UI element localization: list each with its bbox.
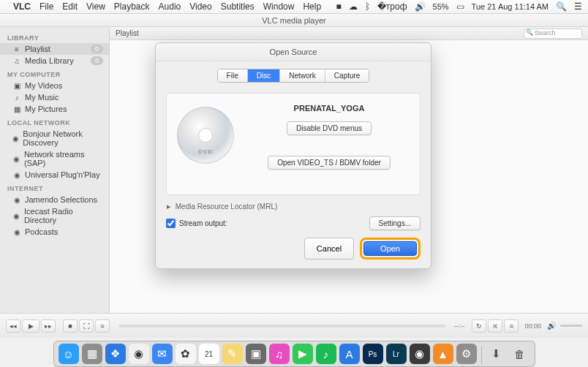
spotlight-icon[interactable]: 🔍 — [556, 1, 567, 12]
playlist-button[interactable]: ≡ — [95, 319, 110, 333]
disable-dvd-menus-button[interactable]: Disable DVD menus — [287, 121, 372, 135]
dock-app-calendar[interactable]: 21 — [199, 344, 219, 364]
pictures-icon: ▦ — [12, 105, 22, 113]
dock-app-facetime[interactable]: ▶ — [293, 344, 313, 364]
open-button-highlight: Open — [360, 238, 421, 260]
shuffle-button[interactable]: ⤨ — [488, 319, 502, 333]
search-input[interactable]: Search — [524, 29, 582, 39]
open-source-dialog: Open Source File Disc Network Capture DV… — [155, 42, 431, 269]
dock-app-spotify[interactable]: ♪ — [316, 344, 336, 364]
fullscreen-button[interactable]: ⛶ — [79, 319, 94, 333]
seek-slider[interactable] — [118, 325, 445, 328]
tab-disc[interactable]: Disc — [248, 69, 280, 82]
menu-file[interactable]: File — [39, 1, 53, 12]
sidebar-item-label: Bonjour Network Discovery — [23, 129, 102, 147]
sidebar-item-media-library[interactable]: ♫ Media Library 0 — [0, 55, 109, 67]
tab-file[interactable]: File — [218, 69, 248, 82]
dock-separator — [481, 347, 482, 364]
dock-app-vlc[interactable]: ▲ — [433, 344, 453, 364]
dock-app-screenflow[interactable]: ◉ — [410, 344, 430, 364]
media-library-count-badge: 0 — [91, 56, 103, 65]
dock-app-sysprefs[interactable]: ⚙ — [456, 344, 477, 364]
sidebar-item-label: Icecast Radio Directory — [24, 207, 102, 224]
media-library-icon: ♫ — [12, 57, 22, 65]
wifi-icon[interactable]: �троф — [377, 1, 407, 12]
dock-trash[interactable]: 🗑 — [510, 344, 530, 364]
settings-button[interactable]: Settings... — [369, 216, 421, 230]
sidebar-item-my-videos[interactable]: ▣My Videos — [0, 80, 109, 91]
play-button[interactable]: ▶ — [22, 319, 39, 333]
volume-slider[interactable] — [560, 325, 582, 327]
menu-view[interactable]: View — [86, 1, 105, 12]
sidebar-item-label: Jamendo Selections — [25, 195, 97, 204]
dock-app-appstore[interactable]: A — [339, 344, 360, 364]
menu-playback[interactable]: Playback — [114, 1, 150, 12]
dock-app-preview[interactable]: ▣ — [246, 344, 266, 364]
dock-downloads[interactable]: ⬇ — [486, 344, 507, 364]
dvd-disc-icon: DVD — [177, 107, 234, 164]
sidebar-item-upnp[interactable]: ◉Universal Plug'n'Play — [0, 169, 109, 181]
dock-app-itunes[interactable]: ♫ — [269, 344, 290, 364]
battery-icon[interactable]: ▭ — [456, 1, 464, 12]
clock[interactable]: Tue 21 Aug 11:14 AM — [472, 2, 549, 11]
menu-video[interactable]: Video — [189, 1, 211, 12]
music-icon: ♪ — [12, 94, 22, 102]
open-button[interactable]: Open — [363, 241, 417, 256]
menu-help[interactable]: Help — [303, 1, 321, 12]
stream-output-checkbox[interactable] — [166, 219, 176, 228]
volume-icon[interactable]: 🔊 — [547, 322, 556, 330]
previous-button[interactable]: ◂◂ — [6, 319, 20, 333]
stop-button[interactable]: ■ — [63, 319, 78, 333]
dock-app-launchpad[interactable]: ▦ — [82, 344, 102, 364]
sidebar-section-localnetwork: LOCAL NETWORK — [0, 115, 109, 128]
dock-app-notes[interactable]: ✎ — [222, 344, 243, 364]
repeat-button[interactable]: ↻ — [472, 319, 486, 333]
dock-app-chrome[interactable]: ◉ — [129, 344, 149, 364]
dock-area: ☺▦❖◉✉✿21✎▣♫▶♪APsLr◉▲⚙⬇🗑 — [0, 338, 588, 367]
window-title: VLC media player — [262, 16, 325, 25]
cloud-icon[interactable]: ☁ — [349, 1, 358, 12]
dock-app-safari[interactable]: ❖ — [105, 344, 126, 364]
dock-app-photoshop[interactable]: Ps — [363, 344, 383, 364]
effects-button[interactable]: ≡ — [504, 319, 519, 333]
mrl-disclosure[interactable]: ▶ Media Resource Locator (MRL) — [166, 203, 421, 211]
stream-output-label: Stream output: — [179, 219, 227, 227]
sidebar-item-label: My Music — [25, 93, 59, 102]
playlist-header: Playlist Search — [110, 27, 588, 40]
sidebar-item-my-music[interactable]: ♪My Music — [0, 91, 109, 103]
dock-app-finder[interactable]: ☺ — [59, 344, 79, 364]
sidebar-item-jamendo[interactable]: ◉Jamendo Selections — [0, 194, 109, 205]
tab-capture[interactable]: Capture — [325, 69, 369, 82]
sidebar-item-my-pictures[interactable]: ▦My Pictures — [0, 103, 109, 115]
menu-edit[interactable]: Edit — [62, 1, 78, 12]
sidebar-item-podcasts[interactable]: ◉Podcasts — [0, 226, 109, 238]
menu-window[interactable]: Window — [263, 1, 295, 12]
tab-network[interactable]: Network — [280, 69, 325, 82]
sidebar-item-playlist[interactable]: ≡ Playlist 0 — [0, 43, 109, 55]
volume-icon[interactable]: 🔊 — [415, 1, 426, 12]
dialog-title: Open Source — [156, 43, 431, 61]
source-tabs: File Disc Network Capture — [166, 69, 421, 83]
internet-icon: ◉ — [12, 212, 21, 220]
sidebar-item-bonjour[interactable]: ◉Bonjour Network Discovery — [0, 128, 109, 148]
dvd-text: DVD — [198, 148, 213, 155]
menu-subtitles[interactable]: Subtitles — [221, 1, 255, 12]
open-video-ts-button[interactable]: Open VIDEO_TS / BDMV folder — [268, 156, 391, 170]
sidebar-item-label: Media Library — [25, 56, 74, 65]
dock-app-mail[interactable]: ✉ — [152, 344, 173, 364]
dock-app-photos[interactable]: ✿ — [176, 344, 196, 364]
menu-audio[interactable]: Audio — [159, 1, 181, 12]
sidebar-item-icecast[interactable]: ◉Icecast Radio Directory — [0, 205, 109, 226]
app-name[interactable]: VLC — [13, 1, 31, 12]
playlist-header-label: Playlist — [116, 29, 139, 37]
cancel-button[interactable]: Cancel — [304, 238, 354, 260]
next-button[interactable]: ▸▸ — [41, 319, 56, 333]
video-status-icon[interactable]: ■ — [336, 1, 342, 12]
bluetooth-icon[interactable]: ᛒ — [365, 1, 370, 12]
sidebar-item-sap[interactable]: ◉Network streams (SAP) — [0, 148, 109, 169]
sidebar-item-label: My Pictures — [25, 105, 67, 113]
network-icon: ◉ — [12, 135, 20, 143]
dock-app-lightroom[interactable]: Lr — [386, 344, 407, 364]
playlist-count-badge: 0 — [91, 45, 103, 53]
notification-center-icon[interactable]: ☰ — [574, 1, 582, 12]
